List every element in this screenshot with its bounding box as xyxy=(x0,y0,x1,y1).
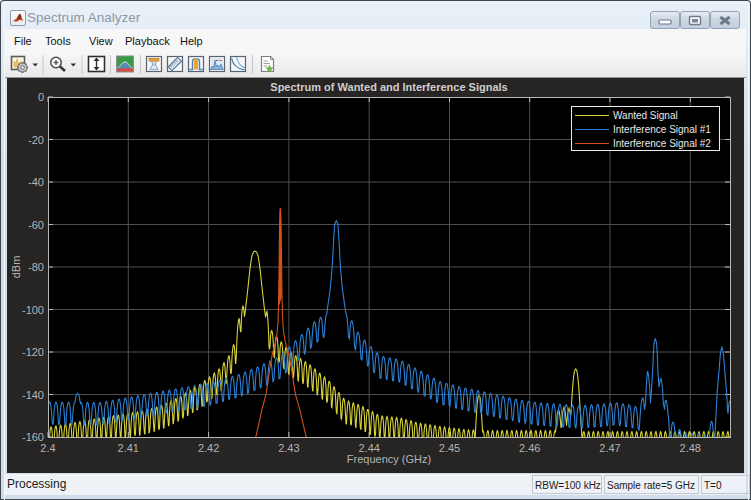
svg-text:Wanted Signal: Wanted Signal xyxy=(613,110,678,121)
svg-text:-160: -160 xyxy=(22,431,44,443)
svg-text:-140: -140 xyxy=(22,389,44,401)
svg-text:Interference Signal #1: Interference Signal #1 xyxy=(613,124,711,135)
svg-text:2.4: 2.4 xyxy=(40,442,55,454)
svg-text:0: 0 xyxy=(38,91,44,103)
svg-text:2.42: 2.42 xyxy=(198,442,219,454)
svg-text:2.45: 2.45 xyxy=(439,442,460,454)
svg-text:2.41: 2.41 xyxy=(118,442,139,454)
svg-text:-40: -40 xyxy=(28,176,44,188)
svg-text:-20: -20 xyxy=(28,134,44,146)
svg-text:Interference Signal #2: Interference Signal #2 xyxy=(613,138,711,149)
svg-text:2.43: 2.43 xyxy=(278,442,299,454)
svg-text:-120: -120 xyxy=(22,346,44,358)
svg-text:Frequency (GHz): Frequency (GHz) xyxy=(347,453,431,465)
svg-text:Spectrum of Wanted and Interfe: Spectrum of Wanted and Interference Sign… xyxy=(270,81,507,93)
svg-text:2.48: 2.48 xyxy=(680,442,701,454)
svg-text:-100: -100 xyxy=(22,304,44,316)
svg-text:2.47: 2.47 xyxy=(599,442,620,454)
svg-text:dBm: dBm xyxy=(10,256,22,279)
svg-text:2.46: 2.46 xyxy=(519,442,540,454)
svg-text:-60: -60 xyxy=(28,219,44,231)
svg-text:-80: -80 xyxy=(28,261,44,273)
